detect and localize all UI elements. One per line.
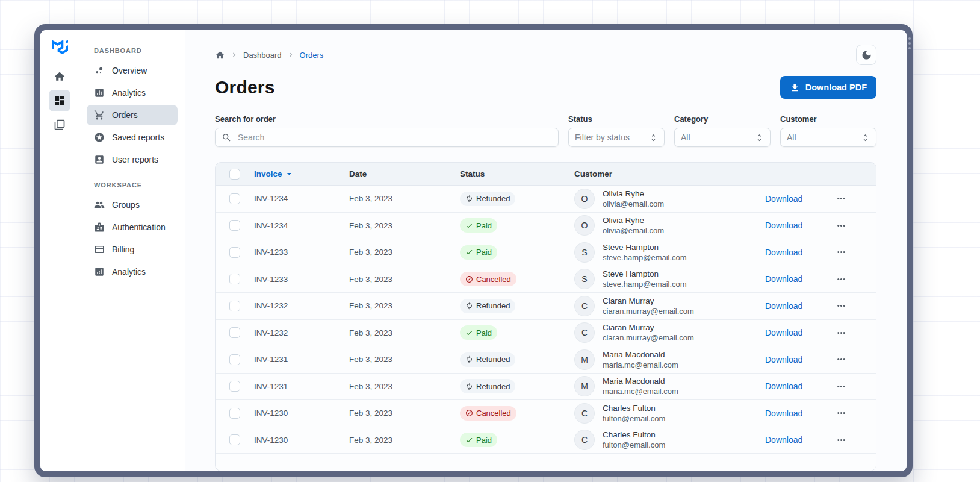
table-row: INV-1232 Feb 3, 2023 Refunded C Ciaran M… (216, 293, 876, 320)
row-menu-button[interactable] (836, 220, 847, 231)
date-cell: Feb 3, 2023 (349, 248, 392, 257)
search-box[interactable] (215, 128, 559, 147)
sidebar-item-analytics[interactable]: Analytics (87, 83, 178, 103)
status-chip: Refunded (460, 379, 515, 393)
category-filter-select[interactable]: All (674, 128, 771, 147)
row-menu-button[interactable] (836, 193, 847, 204)
breadcrumb-dashboard[interactable]: Dashboard (243, 51, 282, 60)
row-menu-button[interactable] (836, 327, 847, 339)
icon-rail (40, 30, 79, 471)
customer-label: Customer (780, 114, 876, 124)
sort-invoice-header[interactable]: Invoice (254, 169, 294, 179)
rail-dashboard-button[interactable] (49, 90, 70, 111)
block-icon (465, 409, 473, 417)
row-menu-button[interactable] (836, 246, 847, 258)
customer-name: Charles Fulton (603, 404, 665, 413)
customer-email: ciaran.murray@email.com (603, 307, 694, 316)
badge-icon (94, 222, 105, 233)
status-label: Cancelled (476, 408, 511, 418)
app-window: DASHBOARDOverviewAnalyticsOrdersSaved re… (34, 24, 913, 477)
row-menu-button[interactable] (836, 407, 847, 419)
sidebar-item-user-reports[interactable]: User reports (87, 149, 178, 170)
status-label: Paid (476, 248, 492, 257)
autorenew-icon (465, 302, 473, 310)
customer-name: Steve Hampton (603, 269, 687, 278)
table-row: INV-1231 Feb 3, 2023 Refunded M Maria Ma… (216, 346, 876, 374)
sidebar-item-orders[interactable]: Orders (87, 105, 178, 125)
orders-table: Invoice Date Status Customer INV-1234 Fe… (215, 162, 876, 471)
row-menu-button[interactable] (836, 434, 847, 446)
date-cell: Feb 3, 2023 (349, 194, 392, 203)
customer-filter-select[interactable]: All (780, 128, 876, 147)
row-menu-button[interactable] (836, 381, 847, 392)
row-checkbox[interactable] (229, 220, 240, 231)
row-checkbox[interactable] (229, 193, 240, 204)
check-icon (465, 329, 473, 337)
row-checkbox[interactable] (229, 327, 240, 338)
date-cell: Feb 3, 2023 (349, 436, 392, 445)
row-checkbox[interactable] (229, 354, 240, 365)
sidebar-item-billing[interactable]: Billing (87, 239, 178, 260)
download-link[interactable]: Download (765, 328, 802, 337)
sidebar-item-saved-reports[interactable]: Saved reports (87, 127, 178, 148)
download-link[interactable]: Download (765, 435, 802, 445)
sidebar-item-label: Orders (112, 110, 138, 120)
mui-logo (52, 40, 68, 54)
download-link[interactable]: Download (765, 221, 802, 230)
avatar: S (574, 269, 595, 289)
download-link[interactable]: Download (765, 408, 802, 418)
row-checkbox[interactable] (229, 274, 240, 284)
select-all-checkbox[interactable] (229, 169, 240, 180)
filters-row: Search for order Status Filter by status (215, 114, 876, 147)
row-checkbox[interactable] (229, 381, 240, 392)
status-filter-select[interactable]: Filter by status (568, 128, 665, 147)
unfold-more-icon (755, 133, 764, 142)
home-icon[interactable] (215, 50, 225, 60)
status-chip: Refunded (460, 192, 515, 206)
invoice-cell: INV-1234 (254, 221, 288, 230)
row-menu-button[interactable] (836, 274, 847, 285)
main-content: Dashboard Orders Orders Download PDF (185, 30, 907, 471)
row-menu-button[interactable] (836, 354, 847, 365)
row-checkbox[interactable] (229, 408, 240, 419)
app-frame: DASHBOARDOverviewAnalyticsOrdersSaved re… (40, 30, 907, 471)
download-pdf-button[interactable]: Download PDF (780, 76, 876, 99)
download-link[interactable]: Download (765, 301, 802, 311)
search-input[interactable] (237, 132, 552, 143)
invoice-cell: INV-1233 (254, 275, 288, 284)
nav-section-label: DASHBOARD (87, 37, 178, 60)
customer-name: Olivia Ryhe (603, 216, 664, 225)
date-cell: Feb 3, 2023 (349, 328, 392, 337)
row-menu-button[interactable] (836, 300, 847, 311)
download-link[interactable]: Download (765, 381, 802, 391)
download-link[interactable]: Download (765, 248, 802, 257)
customer-filter: Customer All (780, 114, 876, 147)
row-checkbox[interactable] (229, 301, 240, 311)
status-label: Refunded (476, 355, 510, 364)
sidebar-item-label: Billing (112, 245, 134, 254)
color-scheme-toggle-button[interactable] (856, 45, 876, 65)
row-checkbox[interactable] (229, 434, 240, 445)
download-icon (790, 83, 800, 93)
dashboard-icon (54, 95, 66, 107)
check-icon (465, 222, 473, 230)
date-cell: Feb 3, 2023 (349, 355, 392, 364)
customer-name: Maria Macdonald (603, 350, 678, 359)
date-cell: Feb 3, 2023 (349, 275, 392, 284)
row-checkbox[interactable] (229, 247, 240, 258)
sidebar-item-overview[interactable]: Overview (87, 60, 178, 81)
sidebar-item-authentication[interactable]: Authentication (87, 217, 178, 237)
rail-home-button[interactable] (49, 66, 70, 87)
sidebar-item-analytics[interactable]: Analytics (87, 261, 178, 282)
download-link[interactable]: Download (765, 274, 802, 284)
invoice-cell: INV-1232 (254, 328, 288, 337)
table-row: INV-1232 Feb 3, 2023 Paid C Ciaran Murra… (216, 320, 876, 347)
download-link[interactable]: Download (765, 194, 802, 204)
sidebar-item-label: Overview (112, 66, 147, 75)
category-filter-value: All (681, 133, 690, 142)
status-label: Paid (476, 328, 492, 337)
download-link[interactable]: Download (765, 355, 802, 365)
rail-pages-button[interactable] (49, 114, 70, 136)
sidebar-item-groups[interactable]: Groups (87, 195, 178, 215)
customer-email: ciaran.murray@email.com (603, 333, 694, 342)
